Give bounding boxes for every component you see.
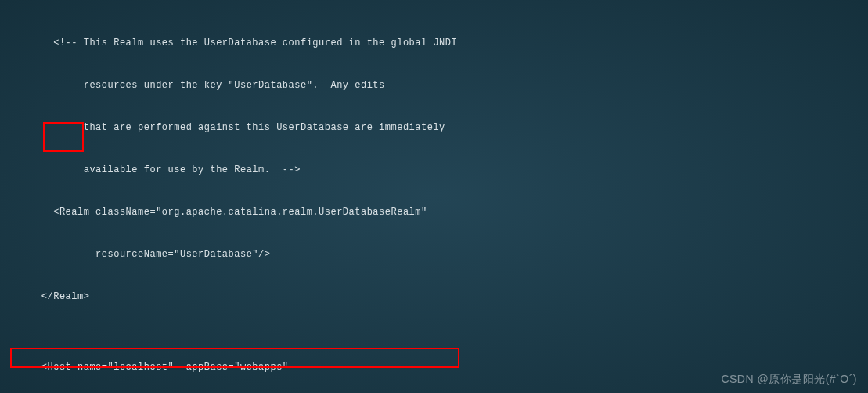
code-line: resourceName="UserDatabase"/> bbox=[0, 247, 868, 261]
code-line: available for use by the Realm. --> bbox=[0, 163, 868, 177]
code-line: resources under the key "UserDatabase". … bbox=[0, 78, 868, 92]
code-line: <Realm className="org.apache.catalina.re… bbox=[0, 205, 868, 219]
watermark: CSDN @原你是阳光(#`O´) bbox=[721, 373, 857, 387]
code-line: </Realm> bbox=[0, 290, 868, 304]
code-line: <!-- This Realm uses the UserDatabase co… bbox=[0, 36, 868, 50]
code-line: that are performed against this UserData… bbox=[0, 121, 868, 135]
code-editor: <!-- This Realm uses the UserDatabase co… bbox=[0, 0, 868, 393]
